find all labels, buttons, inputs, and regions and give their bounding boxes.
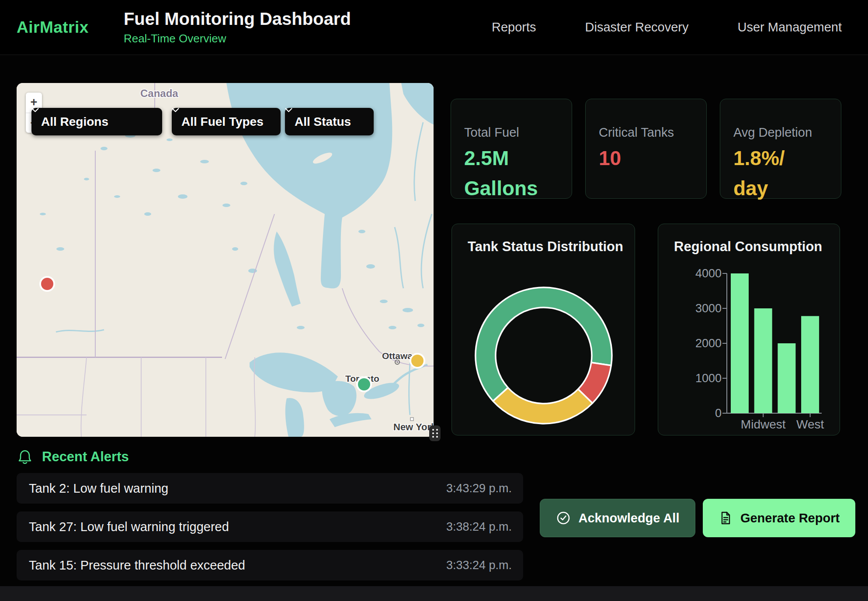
check-circle-icon: [556, 511, 571, 525]
header: AirMatrix Fuel Monitoring Dashboard Real…: [0, 0, 868, 55]
main-nav: Reports Disaster Recovery User Managemen…: [492, 20, 842, 35]
donut-segment-warning: [493, 388, 592, 424]
fuel-types-dropdown-value: All Fuel Types: [181, 115, 264, 129]
svg-text:1000: 1000: [695, 372, 722, 385]
regional-consumption-title: Regional Consumption: [658, 224, 840, 255]
stat-value: 2.5MGallons: [464, 143, 572, 204]
recent-alerts-heading: Recent Alerts: [17, 449, 129, 465]
map-marker-critical[interactable]: [40, 277, 54, 291]
stat-label: Critical Tanks: [599, 125, 706, 140]
map-canvas[interactable]: Canada Ottawa Toronto New York: [17, 83, 434, 437]
document-icon: [719, 511, 733, 525]
alert-row: Tank 2: Low fuel warning 3:43:29 p.m.: [17, 473, 523, 504]
fuel-types-dropdown[interactable]: All Fuel Types: [172, 108, 281, 135]
regions-dropdown[interactable]: All Regions: [31, 108, 162, 135]
alert-row: Tank 15: Pressure threshold exceeded 3:3…: [17, 550, 523, 580]
chevron-down-icon: [172, 108, 179, 113]
footer-bar: [0, 586, 868, 601]
title-block: Fuel Monitoring Dashboard Real-Time Over…: [124, 9, 351, 45]
status-dropdown[interactable]: All Status: [285, 108, 374, 135]
stat-card-total-fuel: Total Fuel 2.5MGallons: [451, 99, 572, 199]
stat-value: 1.8%/day: [733, 143, 841, 204]
nav-disaster-recovery[interactable]: Disaster Recovery: [585, 20, 689, 35]
chevron-down-icon: [285, 108, 292, 113]
map-marker-normal[interactable]: [357, 377, 371, 391]
status-dropdown-value: All Status: [295, 115, 351, 129]
alert-time: 3:33:24 p.m.: [446, 559, 512, 572]
app-logo: AirMatrix: [17, 18, 89, 37]
chevron-down-icon: [31, 108, 39, 113]
page-subtitle: Real-Time Overview: [124, 32, 351, 45]
recent-alerts-label: Recent Alerts: [42, 449, 129, 465]
generate-report-button[interactable]: Generate Report: [703, 499, 855, 537]
svg-text:Midwest: Midwest: [741, 418, 786, 431]
tank-status-donut: [452, 255, 635, 432]
alert-text: Tank 27: Low fuel warning triggered: [29, 520, 229, 534]
svg-text:West: West: [796, 418, 824, 431]
bar-2: [778, 343, 795, 413]
nav-reports[interactable]: Reports: [492, 20, 536, 35]
tank-status-title: Tank Status Distribution: [452, 224, 635, 255]
stat-card-avg-depletion: Avg Depletion 1.8%/day: [720, 99, 841, 199]
tank-status-panel: Tank Status Distribution: [451, 224, 635, 435]
svg-text:4000: 4000: [695, 267, 722, 280]
bar-3: [801, 316, 819, 413]
drag-handle[interactable]: [429, 425, 441, 441]
alert-text: Tank 15: Pressure threshold exceeded: [29, 558, 245, 573]
alert-time: 3:43:29 p.m.: [446, 482, 512, 495]
alert-text: Tank 2: Low fuel warning: [29, 481, 168, 496]
svg-text:2000: 2000: [695, 337, 722, 350]
stat-label: Avg Depletion: [733, 125, 841, 140]
regions-dropdown-value: All Regions: [41, 115, 108, 129]
map-label-ottawa: Ottawa: [382, 351, 413, 361]
nav-user-management[interactable]: User Management: [737, 20, 842, 35]
fuel-map[interactable]: Canada Ottawa Toronto New York + − All R…: [17, 83, 434, 437]
stat-card-critical-tanks: Critical Tanks 10: [585, 99, 707, 199]
bar-1: [754, 308, 772, 413]
bell-icon: [17, 449, 32, 465]
map-label-canada: Canada: [140, 87, 178, 99]
map-label-new-york: New York: [393, 421, 434, 432]
svg-text:0: 0: [715, 407, 722, 420]
fuel-monitoring-dashboard: AirMatrix Fuel Monitoring Dashboard Real…: [0, 0, 868, 601]
stat-label: Total Fuel: [464, 125, 572, 140]
regional-consumption-chart: 01000200030004000MidwestWest: [658, 255, 840, 432]
regional-consumption-panel: Regional Consumption 01000200030004000Mi…: [658, 224, 840, 435]
acknowledge-all-button[interactable]: Acknowledge All: [540, 499, 695, 537]
svg-text:3000: 3000: [695, 302, 722, 315]
alert-time: 3:38:24 p.m.: [446, 520, 512, 534]
map-marker-warning[interactable]: [410, 354, 424, 368]
alert-row: Tank 27: Low fuel warning triggered 3:38…: [17, 511, 523, 542]
stat-value: 10: [599, 143, 706, 173]
page-title: Fuel Monitoring Dashboard: [124, 9, 351, 28]
bar-0: [731, 273, 749, 413]
